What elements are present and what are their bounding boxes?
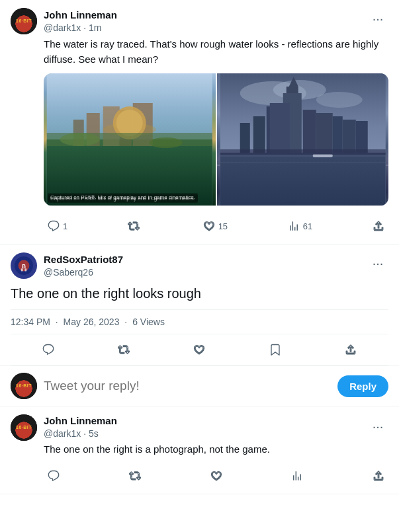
like-icon — [210, 470, 222, 482]
user-info: John Linneman @dark1x · 1m — [44, 9, 117, 34]
tweet-views: 6 Views — [132, 317, 165, 327]
tweet-3: 16·BIT John Linneman @dark1x · 5s ··· Th… — [0, 406, 399, 494]
share-action[interactable] — [341, 340, 361, 360]
tweet-3-header: 16·BIT John Linneman @dark1x · 5s ··· Th… — [11, 414, 388, 486]
main-tweet: B RedSoxPatriot87 @Saberq26 ··· The one … — [0, 245, 399, 366]
more-options-button[interactable]: ··· — [367, 252, 388, 274]
svg-rect-24 — [253, 116, 265, 153]
nyc-photo-image[interactable] — [217, 73, 389, 206]
reply-icon — [48, 220, 60, 232]
user-name[interactable]: John Linneman — [44, 414, 117, 428]
views-icon — [288, 220, 300, 232]
tweet-time: 12:34 PM — [11, 317, 50, 327]
user-info: John Linneman @dark1x · 5s — [44, 414, 117, 439]
more-options-button[interactable]: ··· — [367, 416, 388, 437]
views-action[interactable] — [287, 466, 307, 486]
tweet-3-content: John Linneman @dark1x · 5s ··· The one o… — [44, 414, 388, 486]
reply-action[interactable] — [38, 340, 58, 360]
main-tweet-text: The one on the right looks rough — [11, 284, 388, 303]
avatar[interactable]: 16·BIT — [11, 8, 37, 34]
user-info: RedSoxPatriot87 @Saberq26 — [44, 253, 123, 278]
bookmark-icon — [269, 344, 281, 356]
reply-area: 16·BIT Reply — [0, 366, 399, 406]
reply-input[interactable] — [44, 379, 331, 393]
reply-icon — [42, 344, 54, 356]
svg-point-12 — [150, 137, 183, 148]
main-tweet-header: B RedSoxPatriot87 @Saberq26 ··· — [11, 252, 388, 279]
share-action[interactable] — [369, 216, 388, 236]
user-handle: @dark1x · 5s — [44, 428, 117, 439]
share-action[interactable] — [369, 466, 388, 486]
reply-icon — [48, 470, 60, 482]
svg-point-16 — [316, 92, 362, 108]
tweet-1-actions: 1 15 61 — [44, 213, 388, 236]
share-icon — [345, 344, 357, 356]
tweet-date: May 26, 2023 — [64, 317, 120, 327]
tweet-3-text: The one on the right is a photograph, no… — [44, 442, 388, 457]
avatar: 16·BIT — [11, 373, 37, 399]
retweet-action[interactable] — [114, 340, 134, 360]
reply-action[interactable]: 1 — [44, 216, 71, 236]
like-icon — [203, 220, 215, 232]
retweet-icon — [128, 220, 140, 232]
retweet-action[interactable] — [125, 466, 145, 486]
tweet-meta: 12:34 PM · May 26, 2023 · 6 Views — [11, 309, 388, 334]
share-icon — [373, 470, 384, 482]
main-tweet-body: The one on the right looks rough — [11, 284, 388, 303]
share-icon — [373, 220, 384, 232]
more-options-button[interactable]: ··· — [367, 8, 388, 29]
user-handle: @Saberq26 — [44, 266, 123, 278]
like-action[interactable] — [206, 466, 226, 486]
game-screenshot-image[interactable]: Captured on PS5®. Mix of gameplay and in… — [44, 73, 216, 206]
main-tweet-user-section: B RedSoxPatriot87 @Saberq26 — [11, 252, 123, 279]
retweet-icon — [129, 470, 141, 482]
svg-rect-33 — [220, 149, 385, 155]
retweet-action[interactable] — [124, 216, 147, 236]
svg-rect-28 — [355, 121, 367, 153]
tweet-images[interactable]: Captured on PS5®. Mix of gameplay and in… — [44, 73, 388, 206]
views-count: 61 — [303, 221, 312, 231]
reply-action[interactable] — [44, 466, 64, 486]
main-tweet-actions — [11, 334, 388, 365]
svg-rect-27 — [240, 123, 249, 153]
tweet-3-user-row: John Linneman @dark1x · 5s ··· — [44, 414, 388, 439]
like-action[interactable] — [189, 340, 209, 360]
tweet-1: 16·BIT John Linneman @dark1x · 1m ··· Th… — [0, 0, 399, 245]
like-icon — [193, 344, 205, 356]
svg-rect-1 — [47, 139, 212, 206]
retweet-icon — [118, 344, 130, 356]
reply-button[interactable]: Reply — [337, 375, 388, 397]
tweet-1-header: 16·BIT John Linneman @dark1x · 1m ··· — [11, 8, 388, 34]
svg-point-11 — [60, 133, 100, 146]
svg-rect-21 — [269, 103, 289, 153]
svg-rect-26 — [342, 120, 355, 153]
tweet-1-user-section: 16·BIT John Linneman @dark1x · 1m — [11, 8, 117, 34]
user-handle: @dark1x · 1m — [44, 22, 117, 34]
avatar[interactable]: B — [11, 252, 37, 279]
avatar[interactable]: 16·BIT — [11, 414, 37, 441]
user-name[interactable]: RedSoxPatriot87 — [44, 253, 123, 266]
svg-point-9 — [116, 110, 143, 136]
svg-text:B: B — [22, 263, 26, 270]
like-action[interactable]: 15 — [199, 216, 232, 236]
views-icon — [291, 470, 303, 482]
meta-dot-2: · — [124, 317, 127, 327]
svg-rect-22 — [302, 110, 316, 153]
svg-rect-37 — [21, 268, 23, 271]
meta-dot: · — [56, 317, 58, 327]
like-count: 15 — [218, 221, 228, 231]
svg-rect-23 — [316, 113, 332, 153]
svg-rect-38 — [24, 268, 26, 271]
views-action[interactable]: 61 — [284, 216, 316, 236]
svg-rect-29 — [220, 153, 385, 206]
tweet-3-actions — [44, 463, 388, 486]
user-name[interactable]: John Linneman — [44, 9, 117, 22]
reply-count: 1 — [63, 221, 67, 231]
tweet-1-text: The water is ray traced. That's how roug… — [44, 37, 388, 67]
bookmark-action[interactable] — [265, 340, 285, 360]
image-caption: Captured on PS5®. Mix of gameplay and in… — [48, 194, 198, 203]
svg-rect-25 — [332, 116, 342, 153]
tweet-1-body: The water is ray traced. That's how roug… — [11, 37, 388, 236]
